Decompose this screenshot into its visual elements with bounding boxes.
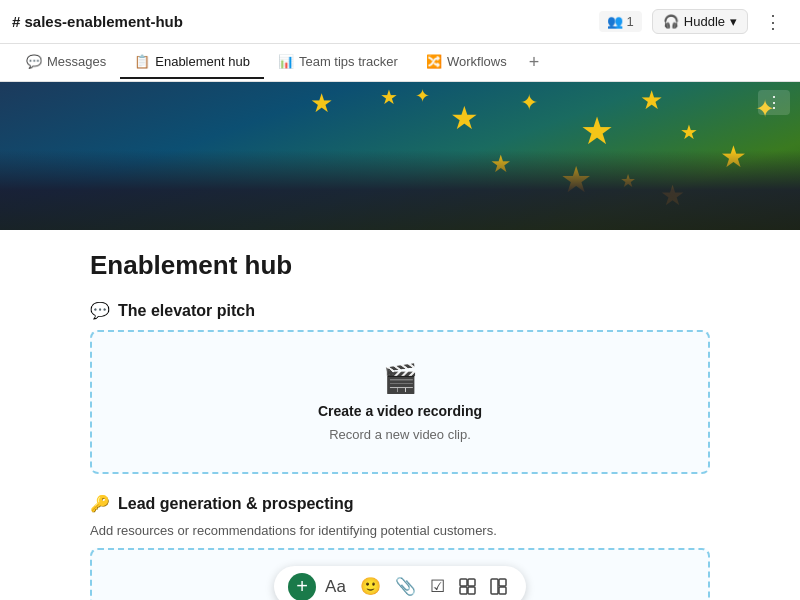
members-count: 1 bbox=[627, 14, 634, 29]
star-decoration: ★ bbox=[680, 122, 698, 142]
table-icon bbox=[459, 578, 476, 595]
toolbar-attachment-button[interactable]: 📎 bbox=[390, 572, 421, 600]
video-card-title: Create a video recording bbox=[318, 403, 482, 419]
lead-icon: 🔑 bbox=[90, 494, 110, 513]
tab-team-tips-tracker[interactable]: 📊 Team tips tracker bbox=[264, 46, 412, 79]
canvas-insert-card: + Aa 🙂 📎 ☑ bbox=[90, 548, 710, 600]
toolbar-emoji-button[interactable]: 🙂 bbox=[355, 572, 386, 600]
chevron-down-icon: ▾ bbox=[730, 14, 737, 29]
enablement-tab-label: Enablement hub bbox=[155, 54, 250, 69]
more-options-button[interactable]: ⋮ bbox=[758, 7, 788, 37]
elevator-pitch-icon: 💬 bbox=[90, 301, 110, 320]
svg-rect-4 bbox=[491, 579, 498, 594]
star-decoration: ★ bbox=[310, 90, 333, 116]
elevator-pitch-section-header: 💬 The elevator pitch bbox=[90, 301, 710, 320]
toolbar-canvas-button[interactable] bbox=[485, 574, 512, 599]
svg-rect-6 bbox=[499, 587, 506, 594]
tab-enablement-hub[interactable]: 📋 Enablement hub bbox=[120, 46, 264, 79]
members-icon: 👥 bbox=[607, 14, 623, 29]
tabs-bar: 💬 Messages 📋 Enablement hub 📊 Team tips … bbox=[0, 44, 800, 82]
toolbar-checkbox-button[interactable]: ☑ bbox=[425, 572, 450, 600]
page-title: Enablement hub bbox=[90, 250, 710, 281]
lead-description: Add resources or recommendations for ide… bbox=[90, 523, 710, 538]
messages-tab-label: Messages bbox=[47, 54, 106, 69]
messages-tab-icon: 💬 bbox=[26, 54, 42, 69]
toolbar-add-button[interactable]: + bbox=[288, 573, 316, 601]
star-decoration: ✦ bbox=[520, 92, 538, 114]
lead-heading: Lead generation & prospecting bbox=[118, 495, 354, 513]
toolbar-text-button[interactable]: Aa bbox=[320, 573, 351, 601]
headphones-icon: 🎧 bbox=[663, 14, 679, 29]
star-decoration: ★ bbox=[580, 112, 614, 150]
channel-name: # sales-enablement-hub bbox=[12, 13, 183, 30]
enablement-tab-icon: 📋 bbox=[134, 54, 150, 69]
star-decoration: ★ bbox=[640, 87, 663, 113]
star-decoration: ★ bbox=[450, 102, 479, 134]
svg-rect-2 bbox=[460, 587, 467, 594]
top-bar: # sales-enablement-hub 👥 1 🎧 Huddle ▾ ⋮ bbox=[0, 0, 800, 44]
lead-generation-section: 🔑 Lead generation & prospecting Add reso… bbox=[90, 494, 710, 600]
huddle-button[interactable]: 🎧 Huddle ▾ bbox=[652, 9, 748, 34]
canvas-icon bbox=[490, 578, 507, 595]
svg-rect-0 bbox=[460, 579, 467, 586]
lead-section-header: 🔑 Lead generation & prospecting bbox=[90, 494, 710, 513]
banner-silhouette bbox=[0, 150, 800, 230]
tab-messages[interactable]: 💬 Messages bbox=[12, 46, 120, 79]
video-card-subtitle: Record a new video clip. bbox=[329, 427, 471, 442]
tab-workflows[interactable]: 🔀 Workflows bbox=[412, 46, 521, 79]
workflows-tab-icon: 🔀 bbox=[426, 54, 442, 69]
tracker-tab-label: Team tips tracker bbox=[299, 54, 398, 69]
svg-rect-5 bbox=[499, 579, 506, 586]
main-content: Enablement hub 💬 The elevator pitch 🎬 Cr… bbox=[0, 230, 800, 600]
star-decoration: ★ bbox=[380, 87, 398, 107]
banner-more-button[interactable]: ⋮ bbox=[758, 90, 790, 115]
elevator-pitch-heading: The elevator pitch bbox=[118, 302, 255, 320]
video-icon: 🎬 bbox=[383, 362, 418, 395]
tracker-tab-icon: 📊 bbox=[278, 54, 294, 69]
members-badge[interactable]: 👥 1 bbox=[599, 11, 642, 32]
video-recording-card[interactable]: 🎬 Create a video recording Record a new … bbox=[90, 330, 710, 474]
star-decoration: ✦ bbox=[415, 87, 430, 105]
top-bar-right: 👥 1 🎧 Huddle ▾ ⋮ bbox=[599, 7, 788, 37]
svg-rect-1 bbox=[468, 579, 475, 586]
huddle-label: Huddle bbox=[684, 14, 725, 29]
canvas-toolbar: + Aa 🙂 📎 ☑ bbox=[274, 566, 526, 600]
top-bar-left: # sales-enablement-hub bbox=[12, 13, 183, 30]
add-tab-button[interactable]: + bbox=[521, 48, 548, 77]
svg-rect-3 bbox=[468, 587, 475, 594]
workflows-tab-label: Workflows bbox=[447, 54, 507, 69]
toolbar-table-button[interactable] bbox=[454, 574, 481, 599]
banner: ★ ★ ★ ✦ ★ ★ ★ ★ ✦ ★ ★ ★ ★ ✦ ⋮ bbox=[0, 82, 800, 230]
